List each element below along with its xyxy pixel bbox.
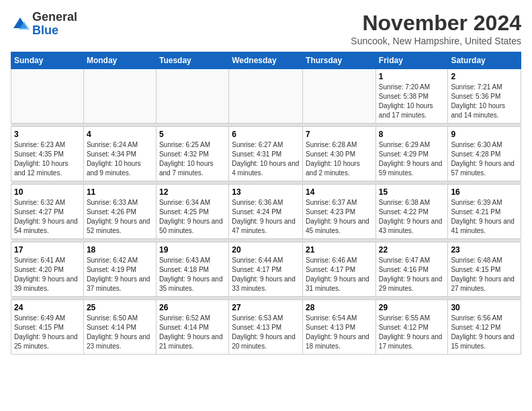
calendar-cell: 14Sunrise: 6:37 AMSunset: 4:23 PMDayligh… [303, 185, 376, 239]
calendar-cell: 26Sunrise: 6:52 AMSunset: 4:14 PMDayligh… [156, 300, 228, 355]
day-info: Sunrise: 6:27 AMSunset: 4:31 PMDaylight:… [232, 140, 300, 178]
calendar-cell: 1Sunrise: 7:20 AMSunset: 5:38 PMDaylight… [375, 69, 448, 124]
week-row-1: 3Sunrise: 6:23 AMSunset: 4:35 PMDaylight… [11, 127, 521, 181]
calendar-cell [229, 69, 303, 124]
day-info: Sunrise: 6:41 AMSunset: 4:20 PMDaylight:… [14, 256, 81, 293]
day-info: Sunrise: 6:46 AMSunset: 4:17 PMDaylight:… [306, 256, 373, 293]
day-info: Sunrise: 6:47 AMSunset: 4:16 PMDaylight:… [379, 256, 445, 293]
calendar-cell: 4Sunrise: 6:24 AMSunset: 4:34 PMDaylight… [83, 127, 156, 181]
location-title: Suncook, New Hampshire, United States [351, 36, 521, 46]
day-info: Sunrise: 6:44 AMSunset: 4:17 PMDaylight:… [232, 256, 300, 293]
calendar-cell: 22Sunrise: 6:47 AMSunset: 4:16 PMDayligh… [375, 242, 448, 297]
day-number: 27 [232, 303, 300, 312]
week-row-4: 24Sunrise: 6:49 AMSunset: 4:15 PMDayligh… [11, 300, 521, 355]
day-number: 14 [306, 187, 373, 197]
calendar-cell: 11Sunrise: 6:33 AMSunset: 4:26 PMDayligh… [83, 185, 156, 239]
day-number: 19 [159, 245, 226, 255]
day-info: Sunrise: 6:53 AMSunset: 4:13 PMDaylight:… [232, 314, 300, 351]
day-info: Sunrise: 6:39 AMSunset: 4:21 PMDaylight:… [451, 198, 518, 236]
day-number: 6 [232, 130, 300, 139]
calendar-cell: 13Sunrise: 6:36 AMSunset: 4:24 PMDayligh… [229, 185, 303, 239]
day-info: Sunrise: 6:23 AMSunset: 4:35 PMDaylight:… [14, 140, 81, 178]
calendar-cell: 17Sunrise: 6:41 AMSunset: 4:20 PMDayligh… [11, 242, 84, 297]
day-number: 18 [87, 245, 153, 255]
week-row-2: 10Sunrise: 6:32 AMSunset: 4:27 PMDayligh… [11, 185, 521, 239]
calendar-cell: 15Sunrise: 6:38 AMSunset: 4:22 PMDayligh… [375, 185, 448, 239]
day-number: 10 [14, 187, 81, 197]
day-info: Sunrise: 6:24 AMSunset: 4:34 PMDaylight:… [87, 140, 153, 178]
calendar-cell: 9Sunrise: 6:30 AMSunset: 4:28 PMDaylight… [448, 127, 521, 181]
day-number: 2 [451, 72, 518, 81]
day-number: 13 [232, 187, 300, 197]
calendar-cell: 25Sunrise: 6:50 AMSunset: 4:14 PMDayligh… [83, 300, 156, 355]
day-info: Sunrise: 6:56 AMSunset: 4:12 PMDaylight:… [451, 314, 518, 351]
day-info: Sunrise: 7:21 AMSunset: 5:36 PMDaylight:… [451, 83, 518, 120]
day-number: 20 [232, 245, 300, 255]
calendar-cell: 16Sunrise: 6:39 AMSunset: 4:21 PMDayligh… [448, 185, 521, 239]
calendar-cell: 23Sunrise: 6:48 AMSunset: 4:15 PMDayligh… [448, 242, 521, 297]
day-info: Sunrise: 6:32 AMSunset: 4:27 PMDaylight:… [14, 198, 81, 236]
day-number: 7 [306, 130, 373, 139]
day-info: Sunrise: 6:36 AMSunset: 4:24 PMDaylight:… [232, 198, 300, 236]
calendar-cell: 19Sunrise: 6:43 AMSunset: 4:18 PMDayligh… [156, 242, 228, 297]
calendar-cell [11, 69, 84, 124]
day-number: 29 [379, 303, 445, 312]
calendar-cell: 28Sunrise: 6:54 AMSunset: 4:13 PMDayligh… [303, 300, 376, 355]
calendar-cell: 3Sunrise: 6:23 AMSunset: 4:35 PMDaylight… [11, 127, 84, 181]
day-info: Sunrise: 6:30 AMSunset: 4:28 PMDaylight:… [451, 140, 518, 178]
day-info: Sunrise: 6:48 AMSunset: 4:15 PMDaylight:… [451, 256, 518, 293]
day-number: 11 [87, 187, 153, 197]
calendar-cell: 27Sunrise: 6:53 AMSunset: 4:13 PMDayligh… [229, 300, 303, 355]
day-number: 26 [159, 303, 226, 312]
weekday-header-saturday: Saturday [448, 52, 521, 69]
logo-text: General Blue [32, 11, 77, 38]
calendar-cell: 6Sunrise: 6:27 AMSunset: 4:31 PMDaylight… [229, 127, 303, 181]
week-row-3: 17Sunrise: 6:41 AMSunset: 4:20 PMDayligh… [11, 242, 521, 297]
day-number: 24 [14, 303, 81, 312]
day-number: 9 [451, 130, 518, 139]
day-number: 25 [87, 303, 153, 312]
calendar-cell: 29Sunrise: 6:55 AMSunset: 4:12 PMDayligh… [375, 300, 448, 355]
weekday-header-friday: Friday [375, 52, 448, 69]
day-info: Sunrise: 6:52 AMSunset: 4:14 PMDaylight:… [159, 314, 226, 351]
day-info: Sunrise: 6:43 AMSunset: 4:18 PMDaylight:… [159, 256, 226, 293]
day-number: 22 [379, 245, 445, 255]
day-info: Sunrise: 6:49 AMSunset: 4:15 PMDaylight:… [14, 314, 81, 351]
day-info: Sunrise: 6:42 AMSunset: 4:19 PMDaylight:… [87, 256, 153, 293]
calendar-cell: 21Sunrise: 6:46 AMSunset: 4:17 PMDayligh… [303, 242, 376, 297]
weekday-header-monday: Monday [83, 52, 156, 69]
calendar-cell: 7Sunrise: 6:28 AMSunset: 4:30 PMDaylight… [303, 127, 376, 181]
day-number: 16 [451, 187, 518, 197]
day-number: 17 [14, 245, 81, 255]
day-number: 8 [379, 130, 445, 139]
day-number: 1 [379, 72, 445, 81]
day-info: Sunrise: 6:38 AMSunset: 4:22 PMDaylight:… [379, 198, 445, 236]
page-header: General Blue November 2024 Suncook, New … [11, 11, 521, 46]
day-number: 15 [379, 187, 445, 197]
weekday-header-row: SundayMondayTuesdayWednesdayThursdayFrid… [11, 52, 521, 69]
day-info: Sunrise: 6:28 AMSunset: 4:30 PMDaylight:… [306, 140, 373, 178]
day-info: Sunrise: 6:50 AMSunset: 4:14 PMDaylight:… [87, 314, 153, 351]
title-section: November 2024 Suncook, New Hampshire, Un… [351, 11, 521, 46]
calendar-cell: 20Sunrise: 6:44 AMSunset: 4:17 PMDayligh… [229, 242, 303, 297]
calendar-cell: 24Sunrise: 6:49 AMSunset: 4:15 PMDayligh… [11, 300, 84, 355]
logo: General Blue [11, 11, 77, 38]
day-number: 3 [14, 130, 81, 139]
day-info: Sunrise: 6:29 AMSunset: 4:29 PMDaylight:… [379, 140, 445, 178]
calendar-cell: 18Sunrise: 6:42 AMSunset: 4:19 PMDayligh… [83, 242, 156, 297]
day-number: 4 [87, 130, 153, 139]
calendar-cell [156, 69, 228, 124]
day-info: Sunrise: 6:34 AMSunset: 4:25 PMDaylight:… [159, 198, 226, 236]
day-number: 12 [159, 187, 226, 197]
calendar-cell: 2Sunrise: 7:21 AMSunset: 5:36 PMDaylight… [448, 69, 521, 124]
day-info: Sunrise: 6:54 AMSunset: 4:13 PMDaylight:… [306, 314, 373, 351]
weekday-header-tuesday: Tuesday [156, 52, 228, 69]
month-title: November 2024 [351, 11, 521, 36]
day-number: 30 [451, 303, 518, 312]
day-info: Sunrise: 7:20 AMSunset: 5:38 PMDaylight:… [379, 83, 445, 120]
day-number: 28 [306, 303, 373, 312]
day-number: 5 [159, 130, 226, 139]
calendar-cell: 10Sunrise: 6:32 AMSunset: 4:27 PMDayligh… [11, 185, 84, 239]
logo-icon [11, 15, 30, 34]
weekday-header-wednesday: Wednesday [229, 52, 303, 69]
